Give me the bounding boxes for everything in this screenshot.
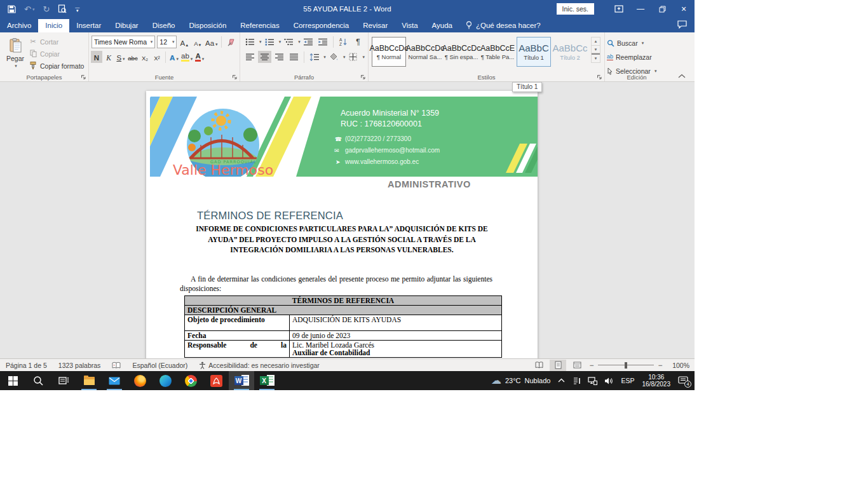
italic-button[interactable]: K xyxy=(103,51,114,63)
find-button[interactable]: Buscar▾ xyxy=(607,37,667,49)
document-page[interactable]: Acuerdo Ministerial N° 1359 RUC : 176812… xyxy=(146,91,538,358)
start-button[interactable] xyxy=(0,371,25,390)
page-indicator[interactable]: Página 1 de 5 xyxy=(0,362,53,369)
highlight-color-button[interactable]: ab▾ xyxy=(180,51,193,63)
show-hidden-icons-chevron[interactable] xyxy=(558,378,565,383)
zoom-out-icon[interactable]: − xyxy=(588,361,595,370)
volume-icon[interactable] xyxy=(604,377,613,385)
doc-table[interactable]: TÉRMINOS DE REFERENCIA DESCRIPCIÓN GENER… xyxy=(184,295,502,358)
word-button[interactable]: W xyxy=(229,371,254,390)
doc-heading[interactable]: TÉRMINOS DE REFERENCIA xyxy=(197,210,343,222)
collapse-ribbon-icon[interactable] xyxy=(678,74,686,79)
zoom-slider-handle[interactable] xyxy=(625,362,627,369)
excel-button[interactable]: X xyxy=(254,371,280,390)
tab-ayuda[interactable]: Ayuda xyxy=(425,19,459,32)
tab-vista[interactable]: Vista xyxy=(395,19,424,32)
close-button[interactable]: × xyxy=(673,0,695,18)
zoom-slider[interactable] xyxy=(598,360,654,371)
clipboard-dialog-launcher[interactable] xyxy=(81,74,86,80)
pilcrow-icon[interactable]: ¶ xyxy=(351,36,365,48)
undo-icon[interactable]: ↶▾ xyxy=(24,5,34,13)
read-mode-icon[interactable] xyxy=(531,360,547,371)
align-center-icon[interactable] xyxy=(258,51,271,63)
copy-button[interactable]: Copiar xyxy=(29,48,84,59)
tab-diseno[interactable]: Diseño xyxy=(146,19,182,32)
decrease-indent-icon[interactable] xyxy=(302,36,315,48)
action-center-button[interactable]: 4 xyxy=(678,376,688,385)
task-view-button[interactable] xyxy=(51,371,76,390)
edge-button[interactable] xyxy=(153,371,178,390)
style-sin-espaciado[interactable]: AaBbCcDc ¶ Sin espa... xyxy=(444,37,478,67)
language-indicator[interactable]: Español (Ecuador) xyxy=(126,362,193,369)
file-explorer-button[interactable] xyxy=(76,371,102,390)
word-count[interactable]: 1323 palabras xyxy=(53,362,107,369)
increase-indent-icon[interactable] xyxy=(316,36,330,48)
adobe-button[interactable] xyxy=(203,371,229,390)
customize-qat-icon[interactable]: —▾ xyxy=(75,6,79,12)
tab-archivo[interactable]: Archivo xyxy=(0,19,38,32)
font-size-combo[interactable]: 12▾ xyxy=(157,36,177,48)
line-spacing-icon[interactable] xyxy=(308,51,321,63)
subscript-button[interactable]: X₂ xyxy=(139,51,151,63)
network-icon[interactable] xyxy=(588,377,597,385)
zoom-in-icon[interactable]: − xyxy=(656,361,664,370)
shrink-font-button[interactable]: A▼ xyxy=(192,36,203,48)
weather-widget[interactable]: ☁ 23°C Nublado xyxy=(491,376,551,386)
print-preview-icon[interactable] xyxy=(58,4,67,13)
redo-icon[interactable]: ↻ xyxy=(43,5,50,13)
mail-button[interactable] xyxy=(102,371,127,390)
bullet-list-icon[interactable] xyxy=(243,36,257,48)
bold-button[interactable]: N xyxy=(91,51,102,63)
tray-app-icon[interactable] xyxy=(573,377,581,385)
font-dialog-launcher[interactable] xyxy=(232,74,238,80)
align-right-icon[interactable] xyxy=(273,51,286,63)
tab-insertar[interactable]: Insertar xyxy=(69,19,108,32)
letterhead-image[interactable]: Acuerdo Ministerial N° 1359 RUC : 176812… xyxy=(150,97,538,177)
comments-icon[interactable] xyxy=(670,20,695,32)
minimize-button[interactable]: — xyxy=(630,0,651,18)
font-color-button[interactable]: A▾ xyxy=(194,51,205,63)
change-case-button[interactable]: Aa▾ xyxy=(205,36,217,48)
web-layout-icon[interactable] xyxy=(569,360,585,371)
borders-icon[interactable] xyxy=(346,51,360,63)
style-normal[interactable]: AaBbCcDc ¶ Normal xyxy=(372,37,406,67)
justify-icon[interactable] xyxy=(287,51,301,63)
doc-paragraph[interactable]: A fin de determinar las condiciones gene… xyxy=(180,274,492,294)
clock[interactable]: 10:36 16/8/2023 xyxy=(642,374,671,388)
paste-button[interactable]: Pegar ▾ xyxy=(2,34,29,72)
style-normal-sa[interactable]: AaBbCcDc Normal Sa... xyxy=(408,37,442,67)
ribbon-display-options-icon[interactable] xyxy=(608,0,630,18)
strikethrough-button[interactable]: abc xyxy=(127,51,139,63)
accessibility-status[interactable]: Accesibilidad: es necesario investigar xyxy=(193,362,325,369)
print-layout-icon[interactable] xyxy=(550,360,566,371)
grow-font-button[interactable]: A▲ xyxy=(179,36,190,48)
tab-dibujar[interactable]: Dibujar xyxy=(108,19,145,32)
numbered-list-icon[interactable] xyxy=(263,36,276,48)
restore-button[interactable] xyxy=(651,0,673,18)
sign-in-button[interactable]: Inic. ses. xyxy=(557,3,594,15)
cut-button[interactable]: ✂ Cortar xyxy=(29,36,84,47)
replace-button[interactable]: ab Reemplazar xyxy=(607,51,667,63)
superscript-button[interactable]: X² xyxy=(151,51,163,63)
format-painter-button[interactable]: Copiar formato xyxy=(29,60,84,71)
align-left-icon[interactable] xyxy=(243,51,257,63)
taskbar-search-button[interactable] xyxy=(25,371,51,390)
multilevel-list-icon[interactable] xyxy=(282,36,295,48)
tell-me-box[interactable]: ¿Qué desea hacer? xyxy=(459,18,547,32)
doc-subtitle[interactable]: INFORME DE CONDICIONES PARTICULARES PARA… xyxy=(183,224,501,255)
zoom-percentage[interactable]: 100% xyxy=(667,362,689,369)
styles-dialog-launcher[interactable] xyxy=(597,74,602,80)
tab-disposicion[interactable]: Disposición xyxy=(182,19,233,32)
shading-icon[interactable] xyxy=(327,51,341,63)
sort-icon[interactable]: AZ xyxy=(337,36,350,48)
keyboard-language[interactable]: ESP xyxy=(621,377,634,384)
underline-button[interactable]: S▾ xyxy=(115,51,126,63)
style-titulo-1[interactable]: AaBbC Título 1 xyxy=(517,37,551,67)
tab-revisar[interactable]: Revisar xyxy=(356,19,395,32)
tab-inicio[interactable]: Inicio xyxy=(38,19,69,32)
proofing-icon[interactable] xyxy=(106,362,126,369)
paragraph-dialog-launcher[interactable] xyxy=(360,74,366,80)
save-icon[interactable] xyxy=(8,5,16,13)
style-titulo-2[interactable]: AaBbCc Título 2 xyxy=(553,37,587,67)
text-effects-button[interactable]: A▾ xyxy=(168,51,180,63)
